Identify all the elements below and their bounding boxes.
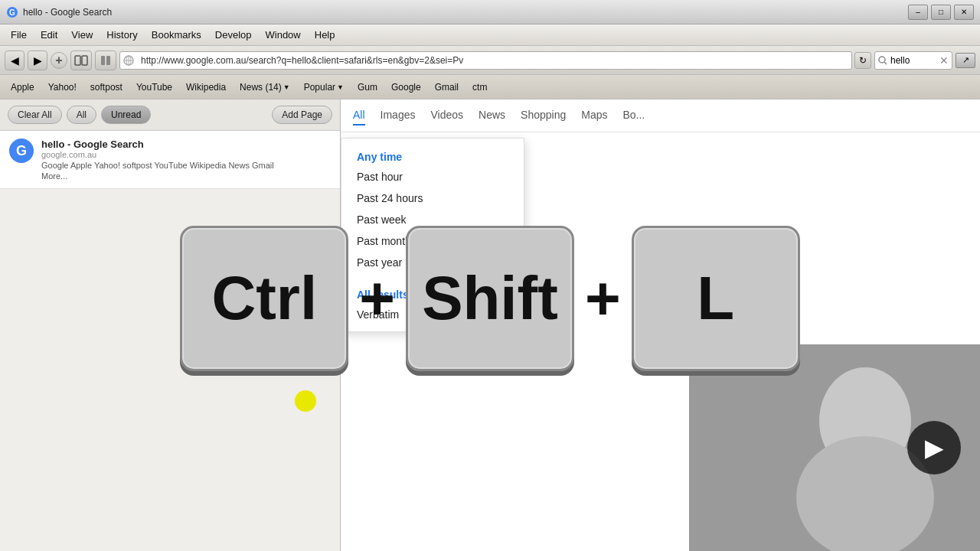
bookmark-gum[interactable]: Gum	[351, 80, 384, 94]
svg-line-11	[884, 62, 887, 64]
tab-all[interactable]: All	[353, 106, 365, 126]
search-clear-icon[interactable]: ✕	[939, 54, 949, 67]
bookmark-wikipedia[interactable]: Wikipedia	[180, 80, 232, 94]
location-icon	[123, 55, 134, 66]
reading-list-toolbar: Clear All All Unread Add Page	[0, 99, 340, 131]
reload-button[interactable]: ↻	[854, 52, 871, 69]
all-button[interactable]: All	[67, 106, 96, 124]
bookmarks-sidebar-button[interactable]	[95, 51, 116, 70]
maximize-button[interactable]: □	[931, 5, 951, 20]
filter-past-year[interactable]: Past year	[341, 252, 524, 273]
back-button[interactable]: ◀	[5, 51, 24, 70]
reading-list-panel: Clear All All Unread Add Page G hello - …	[0, 99, 341, 551]
menu-window[interactable]: Window	[260, 28, 307, 42]
bookmark-youtube[interactable]: YouTube	[130, 80, 178, 94]
search-input[interactable]	[890, 55, 936, 66]
minimize-button[interactable]: –	[908, 5, 928, 20]
svg-text:G: G	[9, 8, 15, 17]
close-button[interactable]: ✕	[954, 5, 974, 20]
svg-rect-4	[101, 56, 105, 65]
reader-button[interactable]	[70, 51, 92, 70]
clear-all-button[interactable]: Clear All	[8, 106, 62, 124]
tab-bo[interactable]: Bo...	[622, 106, 645, 126]
filter-dropdown: Any time Past hour Past 24 hours Past we…	[341, 138, 524, 332]
tab-videos[interactable]: Videos	[430, 106, 463, 126]
reading-list-item[interactable]: G hello - Google Search google.com.au Go…	[0, 131, 340, 189]
search-box: ✕	[874, 51, 952, 70]
unread-button[interactable]: Unread	[101, 106, 151, 124]
bookmarks-bar: Apple Yahoo! softpost YouTube Wikipedia …	[0, 75, 980, 99]
window-title: hello - Google Search	[23, 7, 908, 18]
search-icon	[878, 56, 887, 65]
news-dropdown-arrow: ▼	[283, 83, 290, 91]
bookmark-softpost[interactable]: softpost	[84, 80, 129, 94]
bookmark-news[interactable]: News (14) ▼	[234, 80, 296, 94]
add-page-button[interactable]: Add Page	[272, 106, 332, 124]
filter-past-month[interactable]: Past month	[341, 230, 524, 252]
bookmark-apple[interactable]: Apple	[5, 80, 41, 94]
menu-develop[interactable]: Develop	[209, 28, 258, 42]
filter-past-24[interactable]: Past 24 hours	[341, 187, 524, 209]
address-input[interactable]	[136, 52, 848, 69]
any-time-label: Any time	[341, 145, 524, 166]
nav-bar: ◀ ▶ + ↻ ✕	[0, 46, 980, 75]
menu-edit[interactable]: Edit	[34, 28, 64, 42]
menu-file[interactable]: File	[5, 28, 33, 42]
window-controls: – □ ✕	[908, 5, 974, 20]
all-results-label: All results	[341, 282, 524, 304]
share-button[interactable]: ↗	[956, 53, 975, 68]
item-logo: G	[9, 139, 34, 163]
svg-rect-3	[82, 56, 87, 65]
tab-news[interactable]: News	[479, 106, 505, 126]
new-tab-button[interactable]: +	[51, 52, 67, 69]
bookmark-google[interactable]: Google	[385, 80, 427, 94]
bookmark-ctm[interactable]: ctm	[466, 80, 493, 94]
menu-bookmarks[interactable]: Bookmarks	[145, 28, 207, 42]
item-desc-line1: Google Apple Yahoo! softpost YouTube Wik…	[41, 161, 331, 170]
search-tab-bar: All Images Videos News Shopping Maps Bo.…	[341, 99, 980, 132]
svg-point-10	[879, 57, 885, 63]
filter-divider	[341, 273, 524, 282]
filter-verbatim[interactable]: Verbatim	[341, 304, 524, 325]
bookmark-popular[interactable]: Popular ▼	[298, 80, 350, 94]
filter-past-hour[interactable]: Past hour	[341, 166, 524, 187]
bookmark-yahoo[interactable]: Yahoo!	[42, 80, 83, 94]
item-title: hello - Google Search	[41, 139, 331, 150]
forward-button[interactable]: ▶	[28, 51, 47, 70]
svg-rect-2	[75, 56, 80, 65]
svg-rect-5	[106, 56, 110, 65]
menu-bar: File Edit View History Bookmarks Develop…	[0, 24, 980, 46]
browser-content: All Images Videos News Shopping Maps Bo.…	[341, 99, 980, 551]
window-icon: G	[6, 6, 18, 18]
item-desc-line2: More...	[41, 171, 331, 181]
popular-dropdown-arrow: ▼	[337, 83, 344, 91]
menu-view[interactable]: View	[65, 28, 99, 42]
menu-history[interactable]: History	[100, 28, 143, 42]
item-url: google.com.au	[41, 150, 331, 159]
video-play-button[interactable]: ▶	[907, 421, 961, 474]
bookmark-gmail[interactable]: Gmail	[429, 80, 465, 94]
video-thumbnail: ▶	[689, 344, 980, 551]
tab-shopping[interactable]: Shopping	[521, 106, 566, 126]
filter-past-week[interactable]: Past week	[341, 209, 524, 230]
tab-maps[interactable]: Maps	[581, 106, 607, 126]
title-bar: G hello - Google Search – □ ✕	[0, 0, 980, 24]
tab-images[interactable]: Images	[381, 106, 416, 126]
menu-help[interactable]: Help	[309, 28, 341, 42]
item-content: hello - Google Search google.com.au Goog…	[41, 139, 331, 181]
